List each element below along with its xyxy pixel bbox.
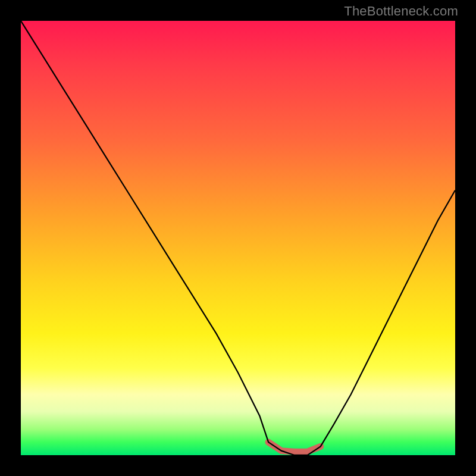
- bottleneck-curve: [21, 21, 455, 455]
- chart-frame: TheBottleneck.com: [0, 0, 476, 476]
- plot-area: [21, 21, 455, 455]
- curve-svg: [21, 21, 455, 455]
- watermark-text: TheBottleneck.com: [344, 4, 458, 19]
